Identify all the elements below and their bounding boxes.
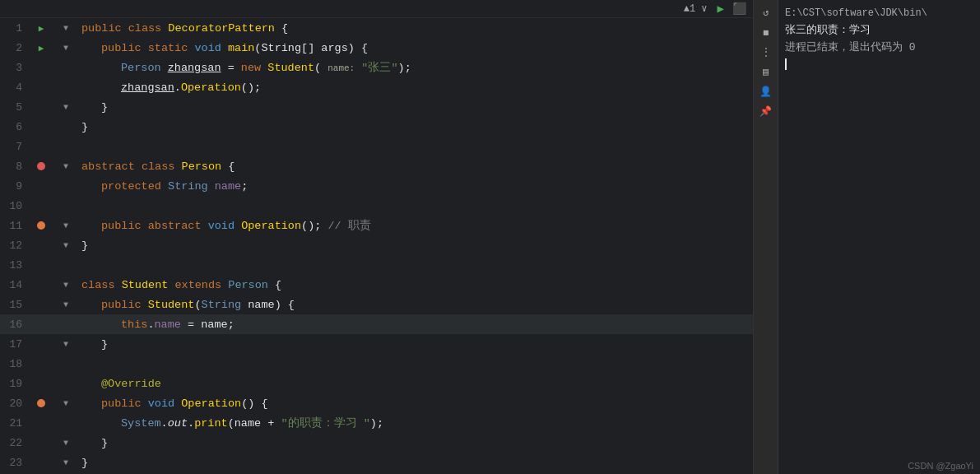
fold-gutter[interactable]: ▼ xyxy=(53,221,78,230)
console-exit-text: 进程已结束，退出代码为 0 xyxy=(785,41,916,53)
code-line: 22 ▼ } xyxy=(0,433,753,453)
top-bar: ▲1 ∨ ▶ ⬛ xyxy=(0,0,753,18)
fold-icon[interactable]: ▼ xyxy=(63,221,68,230)
stop-icon[interactable]: ◼ xyxy=(757,23,775,41)
line-number: 3 xyxy=(0,62,29,74)
console-output-line2: 进程已结束，退出代码为 0 xyxy=(785,40,973,57)
fold-icon[interactable]: ▼ xyxy=(63,103,68,112)
console-path-line: E:\CST\software\JDK\bin\ xyxy=(785,5,973,22)
line-number: 13 xyxy=(0,259,29,272)
code-line: 7 xyxy=(0,137,753,156)
debug-icon[interactable]: ⬛ xyxy=(732,2,746,16)
code-line: 20 ▼ public void Operation() { xyxy=(0,393,753,413)
fold-icon[interactable]: ▼ xyxy=(63,300,68,309)
line-content: } xyxy=(78,101,753,114)
run-play-icon[interactable]: ▶ xyxy=(718,2,724,16)
fold-gutter[interactable]: ▼ xyxy=(53,24,78,33)
run-count: ▲1 ∨ xyxy=(684,2,708,15)
line-content: abstract class Person { xyxy=(78,160,753,173)
line-number: 8 xyxy=(0,160,29,173)
line-number: 19 xyxy=(0,378,29,390)
line-number: 18 xyxy=(0,358,29,370)
fold-gutter[interactable]: ▼ xyxy=(53,103,78,112)
rerun-icon[interactable]: ↺ xyxy=(757,3,775,21)
code-line: 2 ▶ ▼ public static void main(String[] a… xyxy=(0,38,753,58)
line-number: 10 xyxy=(0,200,29,212)
fold-icon[interactable]: ▼ xyxy=(63,44,68,53)
code-editor: ▲1 ∨ ▶ ⬛ 1 ▶ ▼ public class DecoratorPat… xyxy=(0,0,753,474)
fold-gutter[interactable]: ▼ xyxy=(53,44,78,53)
code-line: 4 zhangsan.Operation(); xyxy=(0,77,753,97)
code-line: 18 xyxy=(0,354,753,374)
line-content: } xyxy=(78,338,753,351)
fold-icon[interactable]: ▼ xyxy=(63,281,68,290)
pin-icon[interactable]: 📌 xyxy=(757,102,775,120)
run-arrow-icon[interactable]: ▶ xyxy=(39,23,44,34)
line-gutter[interactable] xyxy=(29,162,53,170)
fold-icon[interactable]: ▼ xyxy=(63,162,68,171)
line-number: 21 xyxy=(0,417,29,430)
line-gutter[interactable] xyxy=(29,399,53,407)
line-number: 4 xyxy=(0,81,29,94)
breakpoint-icon[interactable] xyxy=(37,162,45,170)
right-panel: ↺ ◼ ⋮ ▤ 👤 📌 E:\CST\software\JDK\bin\ 张三的… xyxy=(753,0,980,474)
fold-icon[interactable]: ▼ xyxy=(63,340,68,349)
run-indicator[interactable]: ▲1 ∨ ▶ ⬛ xyxy=(684,2,746,16)
person-icon[interactable]: 👤 xyxy=(757,82,775,100)
code-line: 21 System.out.print(name + "的职责：学习 "); xyxy=(0,413,753,433)
right-toolbar: ↺ ◼ ⋮ ▤ 👤 📌 xyxy=(754,0,778,474)
line-content: Person zhangsan = new Student( name: "张三… xyxy=(78,60,753,75)
fold-icon[interactable]: ▼ xyxy=(63,439,68,448)
line-number: 12 xyxy=(0,239,29,252)
line-number: 14 xyxy=(0,279,29,291)
line-content: } xyxy=(78,239,753,252)
line-content: System.out.print(name + "的职责：学习 "); xyxy=(78,416,753,430)
fold-gutter[interactable]: ▼ xyxy=(53,162,78,171)
line-content: this.name = name; xyxy=(78,318,753,331)
line-number: 1 xyxy=(0,22,29,35)
code-line: 13 xyxy=(0,255,753,275)
code-line: 17 ▼ } xyxy=(0,334,753,354)
console-output: E:\CST\software\JDK\bin\ 张三的职责：学习 进程已结束，… xyxy=(778,0,980,474)
console-path: E:\CST\software\JDK\bin\ xyxy=(785,7,927,19)
fold-gutter[interactable]: ▼ xyxy=(53,458,78,467)
breakpoint-orange-icon[interactable] xyxy=(37,221,45,230)
line-content: } xyxy=(78,437,753,449)
fold-icon[interactable]: ▼ xyxy=(63,399,68,408)
line-content: } xyxy=(78,457,753,469)
line-number: 15 xyxy=(0,299,29,311)
line-content: public Student(String name) { xyxy=(78,299,753,311)
fold-icon[interactable]: ▼ xyxy=(63,241,68,250)
line-content: public void Operation() { xyxy=(78,397,753,410)
fold-gutter[interactable]: ▼ xyxy=(53,439,78,448)
fold-gutter[interactable]: ▼ xyxy=(53,399,78,408)
line-number: 7 xyxy=(0,141,29,153)
code-line: 15 ▼ public Student(String name) { xyxy=(0,295,753,314)
console-text1: 张三的职责：学习 xyxy=(785,24,871,36)
line-number: 20 xyxy=(0,397,29,410)
fold-icon[interactable]: ▼ xyxy=(63,24,68,33)
breakpoint-orange-icon[interactable] xyxy=(37,399,45,407)
line-gutter[interactable]: ▶ xyxy=(29,23,53,34)
code-area: 1 ▶ ▼ public class DecoratorPattern { 2 … xyxy=(0,18,753,474)
line-number: 23 xyxy=(0,457,29,469)
line-gutter[interactable] xyxy=(29,221,53,230)
code-line-active: 16 this.name = name; xyxy=(0,314,753,334)
line-number: 6 xyxy=(0,121,29,133)
console-cursor xyxy=(785,58,787,70)
line-content: protected String name; xyxy=(78,180,753,193)
run-arrow-icon[interactable]: ▶ xyxy=(39,43,44,53)
code-line: 10 xyxy=(0,196,753,216)
layout-icon[interactable]: ▤ xyxy=(757,63,775,81)
line-gutter[interactable]: ▶ xyxy=(29,43,53,53)
settings-icon[interactable]: ⋮ xyxy=(757,43,775,61)
fold-gutter[interactable]: ▼ xyxy=(53,281,78,290)
fold-icon[interactable]: ▼ xyxy=(63,458,68,467)
line-number: 2 xyxy=(0,42,29,54)
fold-gutter[interactable]: ▼ xyxy=(53,340,78,349)
fold-gutter[interactable]: ▼ xyxy=(53,300,78,309)
line-content: public abstract void Operation(); // 职责 xyxy=(78,218,753,233)
line-number: 22 xyxy=(0,437,29,449)
fold-gutter[interactable]: ▼ xyxy=(53,241,78,250)
line-number: 17 xyxy=(0,338,29,351)
